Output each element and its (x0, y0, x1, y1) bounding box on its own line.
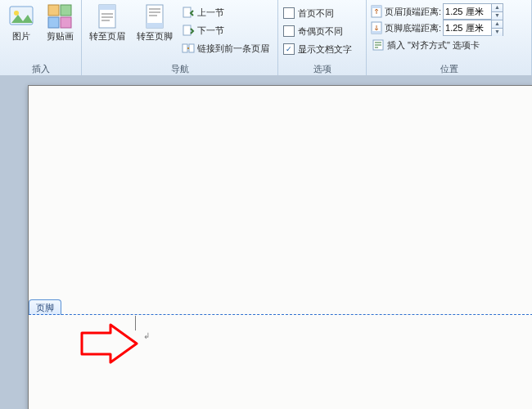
prev-section-label: 上一节 (197, 7, 224, 19)
footer-boundary-line (29, 314, 532, 315)
svg-rect-15 (149, 15, 157, 16)
group-position: 页眉顶端距离: ▲▼ 页脚底端距离: ▲▼ 插入 "对齐方式" 选项卡 位置 (367, 0, 532, 75)
link-previous-label: 链接到前一条页眉 (197, 43, 269, 55)
alignment-tab-icon (372, 38, 385, 52)
header-distance-icon (370, 5, 383, 18)
document-page[interactable]: 页脚 ↲ (28, 85, 532, 409)
picture-icon (8, 3, 34, 29)
goto-footer-button[interactable]: 转至页脚 (133, 2, 177, 42)
annotation-arrow-icon (78, 323, 143, 364)
group-nav-title: 导航 (85, 62, 274, 75)
svg-rect-14 (149, 11, 160, 13)
group-insert-title: 插入 (3, 62, 78, 75)
diff-first-label: 首页不同 (298, 7, 334, 20)
insert-clipart-label: 剪贴画 (47, 31, 74, 42)
insert-alignment-tab-button[interactable]: 插入 "对齐方式" 选项卡 (370, 36, 481, 54)
svg-rect-5 (61, 17, 71, 28)
goto-header-icon (94, 3, 120, 29)
ribbon: 图片 剪贴画 插入 转至页眉 转至页脚 (0, 0, 532, 76)
svg-rect-9 (101, 16, 113, 18)
svg-rect-18 (183, 44, 187, 52)
svg-rect-21 (372, 6, 381, 8)
svg-rect-13 (149, 8, 160, 10)
goto-footer-label: 转至页脚 (137, 31, 173, 42)
goto-header-button[interactable]: 转至页眉 (85, 2, 129, 42)
next-section-icon (182, 24, 195, 37)
footer-distance-input[interactable] (444, 22, 491, 34)
checkbox-checked-icon: ✓ (283, 43, 295, 55)
checkbox-empty-icon (283, 7, 295, 19)
insert-clipart-button[interactable]: 剪贴画 (43, 2, 79, 42)
footer-tab[interactable]: 页脚 (29, 299, 61, 315)
insert-picture-label: 图片 (12, 31, 30, 42)
show-doc-text-checkbox[interactable]: ✓ 显示文档文字 (282, 41, 354, 57)
group-insert: 图片 剪贴画 插入 (0, 0, 82, 75)
link-previous-icon (182, 42, 195, 55)
svg-rect-17 (183, 25, 191, 35)
document-area: 页脚 ↲ (0, 75, 532, 409)
header-distance-spinner[interactable]: ▲▼ (443, 3, 503, 20)
svg-rect-3 (61, 5, 71, 16)
checkbox-empty-icon (283, 25, 295, 37)
spin-up-icon[interactable]: ▲ (491, 4, 503, 11)
svg-point-1 (14, 11, 19, 16)
spin-down-icon[interactable]: ▼ (491, 28, 503, 36)
group-options-title: 选项 (282, 62, 363, 75)
goto-header-label: 转至页眉 (89, 31, 125, 42)
diff-first-page-checkbox[interactable]: 首页不同 (282, 5, 336, 21)
svg-rect-19 (189, 44, 194, 52)
header-distance-input[interactable] (444, 6, 491, 17)
svg-rect-4 (48, 17, 59, 28)
svg-rect-16 (183, 7, 191, 17)
link-previous-button[interactable]: 链接到前一条页眉 (180, 39, 271, 57)
svg-rect-12 (147, 23, 163, 28)
footer-distance-spinner[interactable]: ▲▼ (443, 20, 503, 36)
diff-oddeven-checkbox[interactable]: 奇偶页不同 (282, 23, 345, 39)
svg-rect-2 (48, 5, 59, 16)
footer-distance-label: 页脚底端距离: (385, 22, 441, 34)
group-position-title: 位置 (370, 62, 528, 75)
svg-rect-23 (372, 31, 381, 34)
svg-rect-10 (101, 20, 110, 21)
spin-down-icon[interactable]: ▼ (491, 11, 503, 20)
paragraph-mark-icon: ↲ (143, 331, 150, 340)
header-distance-label: 页眉顶端距离: (385, 6, 441, 18)
show-doc-text-label: 显示文档文字 (298, 43, 352, 56)
next-section-label: 下一节 (197, 25, 224, 37)
goto-footer-icon (142, 3, 168, 29)
group-options: 首页不同 奇偶页不同 ✓ 显示文档文字 选项 (278, 0, 367, 75)
group-navigation: 转至页眉 转至页脚 上一节 下一节 链接到前一条页眉 (82, 0, 278, 75)
svg-rect-8 (101, 13, 113, 15)
prev-section-button[interactable]: 上一节 (180, 3, 271, 21)
prev-section-icon (182, 6, 195, 19)
next-section-button[interactable]: 下一节 (180, 21, 271, 39)
insert-picture-button[interactable]: 图片 (3, 2, 39, 42)
spin-up-icon[interactable]: ▲ (491, 20, 503, 28)
svg-rect-7 (99, 5, 115, 10)
diff-oddeven-label: 奇偶页不同 (298, 25, 343, 38)
clipart-icon (47, 3, 73, 29)
insert-alignment-tab-label: 插入 "对齐方式" 选项卡 (387, 39, 480, 52)
footer-distance-icon (370, 21, 383, 34)
